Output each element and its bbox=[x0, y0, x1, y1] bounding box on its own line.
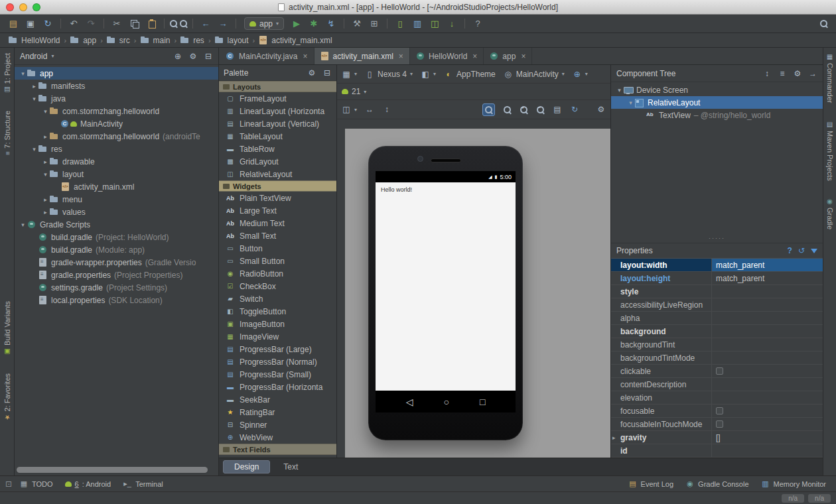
tree-item-settings-gradle[interactable]: settings.gradle(Project Settings) bbox=[15, 281, 218, 294]
device-preview[interactable]: ◢ ▮ 5:00 Hello world! ◁ bbox=[368, 146, 523, 440]
replace-icon[interactable] bbox=[179, 19, 188, 28]
tree-arrow-icon[interactable]: ▾ bbox=[615, 87, 624, 94]
activity-select[interactable]: ◎ MainActivity ▾ bbox=[504, 70, 565, 79]
editor-tab-activity-main-xml[interactable]: activity_main.xml× bbox=[314, 48, 410, 64]
tool-button-7-structure[interactable]: ≡ 7: Structure bbox=[3, 111, 11, 155]
device-monitor-icon[interactable]: ◫ bbox=[427, 17, 443, 31]
component-relativelayout[interactable]: ▾RelativeLayout bbox=[611, 96, 823, 109]
layout-preview[interactable]: Hello world! bbox=[376, 182, 516, 391]
hide-panel-icon[interactable]: → bbox=[808, 69, 817, 78]
breadcrumb-item-src[interactable]: src bbox=[105, 36, 132, 45]
property-row-accessibilityliveregion[interactable]: accessibilityLiveRegion bbox=[611, 298, 823, 312]
property-value[interactable] bbox=[712, 338, 823, 351]
palette-item-large-text[interactable]: AbLarge Text bbox=[219, 204, 336, 217]
search-everywhere-icon[interactable] bbox=[819, 19, 828, 28]
tree-arrow-icon[interactable]: ▾ bbox=[41, 171, 50, 178]
tree-arrow-icon[interactable]: ▾ bbox=[626, 99, 635, 106]
property-row-style[interactable]: style bbox=[611, 285, 823, 298]
palette-section-widgets[interactable]: Widgets bbox=[219, 180, 336, 192]
palette-item-checkbox[interactable]: ☑CheckBox bbox=[219, 280, 336, 292]
reset-icon[interactable]: ↺ bbox=[798, 246, 805, 255]
run-config-select[interactable]: app▾ bbox=[244, 17, 284, 30]
property-value[interactable] bbox=[712, 391, 823, 404]
property-row-alpha[interactable]: alpha bbox=[611, 312, 823, 325]
settings-gear-icon[interactable]: ⚙ bbox=[307, 68, 316, 78]
tree-arrow-icon[interactable]: ▸ bbox=[41, 133, 50, 140]
avd-manager-icon[interactable]: ▯ bbox=[392, 17, 408, 31]
paste-icon[interactable] bbox=[143, 17, 159, 31]
memory-indicator[interactable]: n/a bbox=[782, 494, 804, 503]
group-icon[interactable]: ≡ bbox=[778, 69, 787, 78]
palette-item-relativelayout[interactable]: ◫RelativeLayout bbox=[219, 168, 336, 180]
property-row-focusable[interactable]: focusable bbox=[611, 405, 823, 418]
find-icon[interactable] bbox=[169, 19, 178, 28]
tool-button-2-favorites[interactable]: ★ 2: Favorites bbox=[3, 373, 11, 421]
tree-arrow-icon[interactable]: ▸ bbox=[41, 196, 50, 203]
layout-config-select[interactable]: ▦ ▾ bbox=[342, 70, 357, 79]
palette-item-gridlayout[interactable]: ▩GridLayout bbox=[219, 155, 336, 168]
close-tab-icon[interactable]: × bbox=[472, 52, 477, 61]
zoom-out-icon[interactable]: − bbox=[536, 105, 545, 114]
terminal-button[interactable]: ▸_Terminal bbox=[117, 476, 169, 491]
debug-icon[interactable]: ✱ bbox=[306, 17, 322, 31]
tree-arrow-icon[interactable]: ▾ bbox=[30, 95, 38, 102]
settings-gear-icon[interactable]: ⚙ bbox=[596, 105, 606, 114]
zoom-actual-icon[interactable] bbox=[503, 105, 512, 114]
property-value[interactable] bbox=[712, 298, 823, 311]
design-mode-select[interactable]: ◫ ▾ bbox=[342, 105, 357, 114]
breadcrumb-item-app[interactable]: app bbox=[68, 36, 98, 45]
palette-item-imagebutton[interactable]: ▣ImageButton bbox=[219, 318, 336, 330]
horizontal-scrollbar[interactable] bbox=[17, 467, 208, 473]
palette-section-text-fields[interactable]: Text Fields bbox=[219, 444, 336, 455]
property-value[interactable] bbox=[712, 365, 823, 377]
orientation-select[interactable]: ◧ ▾ bbox=[421, 70, 436, 79]
breadcrumb-item-activity-main-xml[interactable]: activity_main.xml bbox=[257, 36, 334, 45]
android-tool-button[interactable]: 6: Android bbox=[59, 476, 117, 491]
collapse-all-icon[interactable]: ⊟ bbox=[322, 68, 332, 78]
locale-select[interactable]: ⊕ ▾ bbox=[573, 70, 588, 79]
minimize-window-button[interactable] bbox=[19, 3, 27, 11]
palette-item-plain-textview[interactable]: AbPlain TextView bbox=[219, 192, 336, 204]
checkbox[interactable] bbox=[716, 407, 723, 414]
breadcrumb-item-res[interactable]: res bbox=[178, 36, 206, 45]
tree-arrow-icon[interactable]: ▾ bbox=[19, 221, 27, 228]
cut-icon[interactable]: ✂ bbox=[109, 17, 125, 31]
theme-select[interactable]: ◐ AppTheme bbox=[444, 70, 496, 79]
property-row-background[interactable]: background bbox=[611, 325, 823, 338]
tree-arrow-icon[interactable]: ▸ bbox=[30, 83, 38, 90]
breadcrumb-item-layout[interactable]: layout bbox=[213, 36, 251, 45]
property-row-gravity[interactable]: ▸gravity[] bbox=[611, 431, 823, 444]
palette-item-webview[interactable]: ⊕WebView bbox=[219, 431, 336, 444]
component-textview[interactable]: TextView– @string/hello_world bbox=[611, 109, 823, 121]
redo-icon[interactable]: ↷ bbox=[83, 17, 99, 31]
tree-item-gradle-wrapper-properties[interactable]: gradle-wrapper.properties(Gradle Versio bbox=[15, 256, 218, 269]
android-monitor-icon[interactable]: ▥ bbox=[409, 17, 425, 31]
tree-item-menu[interactable]: ▸menu bbox=[15, 193, 218, 206]
tree-item-local-properties[interactable]: local.properties(SDK Location) bbox=[15, 294, 218, 306]
palette-item-progressbar-large[interactable]: ▤ProgressBar (Large) bbox=[219, 343, 336, 355]
editor-tab-mainactivity-java[interactable]: MainActivity.java× bbox=[220, 48, 314, 64]
expand-icon[interactable]: ▸ bbox=[612, 434, 616, 441]
checkbox[interactable] bbox=[716, 367, 723, 375]
tree-arrow-icon[interactable]: ▾ bbox=[30, 146, 38, 153]
preview-doc-icon[interactable]: ▤ bbox=[553, 105, 562, 114]
save-all-icon[interactable]: ▣ bbox=[23, 17, 38, 31]
palette-item-button[interactable]: ▭Button bbox=[219, 242, 336, 255]
checkbox[interactable] bbox=[716, 420, 723, 428]
tree-item-app[interactable]: ▾app bbox=[15, 67, 218, 80]
tree-item-build-gradle[interactable]: build.gradle(Module: app) bbox=[15, 243, 218, 256]
property-row-layout-width[interactable]: layout:widthmatch_parent bbox=[611, 259, 823, 272]
close-tab-icon[interactable]: × bbox=[399, 52, 403, 61]
palette-item-ratingbar[interactable]: ★RatingBar bbox=[219, 406, 336, 418]
tree-item-res[interactable]: ▾res bbox=[15, 143, 218, 155]
tree-item-com-stormzhang-helloworld[interactable]: ▾com.stormzhang.helloworld bbox=[15, 105, 218, 117]
palette-item-togglebutton[interactable]: ◧ToggleButton bbox=[219, 305, 336, 318]
property-value[interactable] bbox=[712, 418, 823, 430]
help-icon[interactable]: ? bbox=[788, 246, 792, 255]
property-value[interactable] bbox=[712, 378, 823, 391]
palette-item-small-text[interactable]: AbSmall Text bbox=[219, 229, 336, 242]
refresh-icon[interactable]: ↻ bbox=[570, 105, 579, 114]
tree-item-mainactivity[interactable]: MainActivity bbox=[15, 117, 218, 130]
component-device-screen[interactable]: ▾Device Screen bbox=[611, 84, 823, 96]
tool-button-1-project[interactable]: ▤ 1: Project bbox=[3, 53, 11, 94]
